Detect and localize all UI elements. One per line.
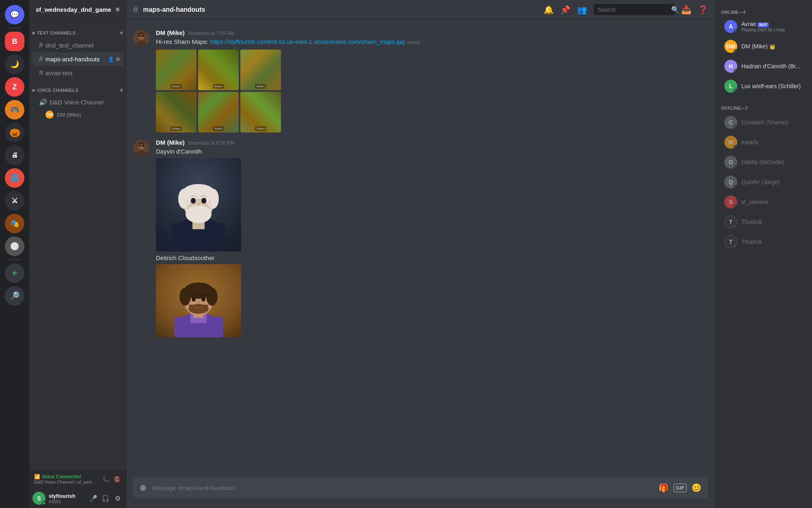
member-info-coratash: Coratash (Sharon) [741,119,806,126]
member-item-quinfer[interactable]: Q Quinfer (Jorge) [718,172,809,192]
map-tile-3[interactable] [240,50,281,90]
channel-sidebar: sf_wednesday_dnd_game ✕ ▶ TEXT CHANNELS … [29,0,127,508]
text-channels-label: TEXT CHANNELS [37,30,76,35]
member-name-avrae: AvraeBOT [741,21,806,27]
message-author-2: DM (Mike) [156,139,185,146]
member-status-avrae [734,29,737,33]
pin-icon[interactable]: 📌 [560,5,570,15]
server-icon-2[interactable]: 🌙 [5,54,24,74]
server-icon-8[interactable]: ⚔ [5,191,24,211]
member-name-sfcamera: sf_camera [741,199,806,205]
member-item-thudruk-1[interactable]: T Thudruk [718,212,809,232]
member-name-quinfer: Quinfer (Jorge) [741,179,806,185]
channel-item-maps-handouts[interactable]: # maps-and-handouts 👤 ⚙ [32,52,123,66]
member-name-odelle: Odelle (Michelle) [741,159,806,165]
svg-point-29 [206,288,218,306]
member-item-sfcamera[interactable]: S sf_camera [718,192,809,212]
discord-home-icon[interactable]: 💬 [5,5,24,24]
map-tile-5[interactable] [198,92,239,132]
current-user-tag: #1651 [49,499,84,504]
search-input[interactable] [598,7,669,13]
add-voice-channel-button[interactable]: + [119,87,123,94]
voice-member-avatar: DM [45,111,54,119]
svg-point-17 [207,189,219,209]
channel-list: ▶ TEXT CHANNELS + # dnd_text_channel # m… [29,20,127,470]
members-icon[interactable]: 👥 [577,5,587,15]
voice-disconnect-icon[interactable]: 📵 [112,474,122,484]
server-icon-7[interactable]: 🌐 [5,168,24,188]
server-icon-10[interactable]: ⚪ [5,237,24,256]
gif-button[interactable]: GIF [674,484,687,492]
server-icon-5[interactable]: 🎃 [5,123,24,142]
help-icon[interactable]: ❓ [698,5,708,15]
message-header-1: DM (Mike) Yesterday at 7:25 AM [156,29,708,36]
member-item-dm-mike[interactable]: DM DM (Mike)👑 [718,37,809,56]
search-bar[interactable]: 🔍 [594,4,675,15]
member-status-sfcamera [734,205,737,208]
member-item-lux[interactable]: L Lux w/elf-ears (Schiller) [718,76,809,96]
map-tile-1[interactable] [156,50,197,90]
notifications-icon[interactable]: 🔔 [544,5,554,15]
user-settings-button[interactable]: ⚙ [112,493,123,504]
map-tile-4[interactable] [156,92,197,132]
channel-members-icon[interactable]: 👤 [108,56,114,62]
member-info-mearls: mearls [741,139,806,145]
mute-button[interactable]: 🎤 [88,493,99,504]
message-content-2: DM (Mike) Yesterday at 6:36 PM Dayvin d'… [156,139,708,337]
emoji-button[interactable]: 😊 [691,483,702,493]
member-item-hadrian[interactable]: H Hadrian d'Cannith (Br... [718,56,809,76]
server-icon-3[interactable]: Z [5,77,24,97]
dayvin-portrait[interactable] [156,158,241,252]
gift-icon[interactable]: 🎁 [659,483,669,493]
svg-point-4 [142,35,144,37]
sharn-maps-image-grid[interactable] [156,50,281,132]
voice-channel-name: D&D Voice Channel [50,99,104,106]
input-actions: 🎁 GIF 😊 [659,483,702,493]
cloudsoother-portrait[interactable] [156,264,241,337]
voice-settings-icon[interactable]: 📞 [101,474,110,484]
channel-settings-icon[interactable]: ⚙ [116,56,120,62]
deafen-button[interactable]: 🎧 [100,493,111,504]
member-item-thudruk-2[interactable]: T Thudruk [718,232,809,252]
member-item-odelle[interactable]: O Odelle (Michelle) [718,152,809,172]
channel-hash-icon: # [39,41,43,50]
member-item-avrae[interactable]: A AvraeBOT Playing D&D 5e | help [718,17,809,36]
add-server-button[interactable]: + [5,263,24,283]
member-avatar-avrae: A [724,20,737,33]
member-info-thudruk-1: Thudruk [741,219,806,225]
edited-label: (edited) [406,40,420,45]
server-divider [8,28,21,28]
voice-member-dm[interactable]: DM DM (Mike) [29,109,127,120]
member-info-hadrian: Hadrian d'Cannith (Br... [741,63,806,69]
channel-item-avrae-test[interactable]: # avrae-test [32,66,123,80]
server-icon-9[interactable]: 🎭 [5,214,24,233]
sharn-maps-link[interactable]: https://slyflourish.content.s3.us-east-1… [210,38,404,45]
server-icon-1[interactable]: B [5,32,24,51]
server-icon-4[interactable]: 🎮 [5,100,24,119]
server-header[interactable]: sf_wednesday_dnd_game ✕ [29,0,127,20]
member-item-coratash[interactable]: C Coratash (Sharon) [718,113,809,132]
crown-icon: 👑 [769,44,775,50]
inbox-icon[interactable]: 📥 [681,5,691,15]
server-dropdown-icon: ✕ [115,6,120,13]
server-icon-6[interactable]: 🖨 [5,145,24,165]
speaker-icon: 🔊 [39,98,47,106]
text-channels-category[interactable]: ▶ TEXT CHANNELS + [29,23,127,38]
map-tile-6[interactable] [240,92,281,132]
svg-point-3 [138,35,141,37]
member-avatar-sfcamera: S [724,195,737,208]
voice-channels-label: VOICE CHANNELS [37,88,78,93]
add-text-channel-button[interactable]: + [119,29,123,37]
member-avatar-hadrian: H [724,60,737,73]
attach-file-button[interactable]: ⊕ [140,477,147,498]
channel-hash-icon-2: # [39,55,43,63]
member-status-odelle [734,165,737,169]
member-item-mearls[interactable]: M mearls [718,132,809,152]
map-tile-2[interactable] [198,50,239,90]
message-input[interactable] [151,479,654,497]
discover-servers-button[interactable]: 🔎 [5,286,24,306]
channel-item-dnd-text[interactable]: # dnd_text_channel [32,39,123,52]
voice-channel-dnd[interactable]: 🔊 D&D Voice Channel [32,96,123,109]
member-avatar-quinfer: Q [724,176,737,189]
voice-channels-category[interactable]: ▶ VOICE CHANNELS + [29,80,127,96]
